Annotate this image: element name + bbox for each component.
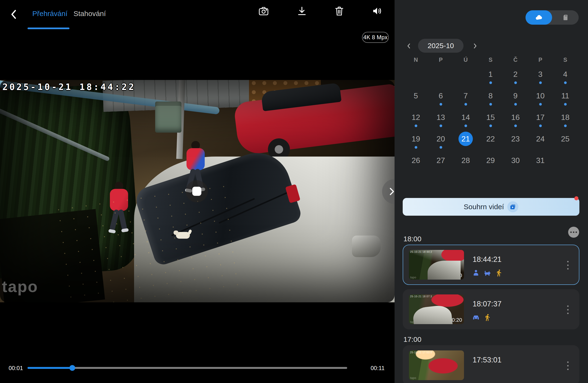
sd-card-option[interactable] [552,10,579,25]
calendar-day[interactable]: 11 [553,86,578,108]
sd-card-icon [562,14,569,21]
calendar-day-number: 19 [409,132,423,146]
clip-card[interactable]: 25-10-21 17:53:0 tapo 17:53:01 [403,345,579,383]
calendar-day[interactable]: 21 [453,129,478,151]
calendar-day-number: 18 [558,110,572,125]
calendar-day[interactable]: 16 [503,108,528,129]
seek-handle[interactable] [69,365,75,371]
delete-icon[interactable] [334,5,345,17]
summary-notification-dot [574,196,578,200]
calendar-day[interactable]: 9 [503,86,528,108]
calendar-day[interactable]: 28 [453,151,478,172]
calendar-day-number: 24 [533,132,547,146]
recordings-panel: 2025-10 NPÚSČPS 1 2 3 4 5 6 7 8 9 10 11 [395,0,588,383]
calendar-blank-cell [428,65,453,86]
month-selector[interactable]: 2025-10 [418,39,463,53]
calendar-day[interactable]: 27 [428,151,453,172]
calendar-day-number: 1 [483,67,498,81]
calendar-day[interactable]: 3 [528,65,553,86]
calendar-day-dot [464,103,467,106]
vehicle-detection-icon [472,314,480,321]
clip-menu-button[interactable] [563,359,573,373]
calendar-day[interactable]: 31 [528,151,553,172]
clip-card[interactable]: 25-10-21 18:07:3 tapo 00:20 18:07:37 [403,289,579,329]
calendar-day-dot [489,103,492,106]
calendar-day-number: 21 [459,132,473,146]
calendar-day[interactable]: 1 [478,65,503,86]
clip-card[interactable]: 25-10-21 18:44:2 tapo 00:10 18:44:21 [403,245,579,285]
calendar-day-number: 26 [409,153,423,168]
calendar-day-number: 17 [533,110,547,125]
calendar-blank-cell [453,65,478,86]
calendar-day-dot [564,103,567,106]
calendar-day[interactable]: 10 [528,86,553,108]
calendar-day-dot [514,146,517,149]
motion-detection-icon [495,269,503,277]
storage-source-toggle[interactable] [525,10,579,25]
calendar-day-dot [415,125,417,127]
calendar-header: 2025-10 [395,38,588,54]
calendar-day-dot [464,125,467,127]
calendar-day[interactable]: 2 [503,65,528,86]
calendar-day-dot [539,146,542,149]
weekday-label: S [478,57,503,63]
calendar-day[interactable]: 12 [403,108,428,129]
calendar-day-number: 11 [558,88,572,103]
calendar-day[interactable]: 6 [428,86,453,108]
video-summary-button[interactable]: Souhrn videí [403,198,579,216]
calendar-day[interactable]: 8 [478,86,503,108]
calendar-day[interactable]: 24 [528,129,553,151]
audio-icon[interactable] [371,5,383,17]
calendar-day-number: 3 [533,67,547,81]
tab-playback[interactable]: Přehrávání [32,10,67,18]
calendar-day[interactable]: 14 [453,108,478,129]
calendar-day[interactable]: 18 [553,108,578,129]
tab-downloads[interactable]: Stahování [74,10,106,18]
calendar-day-dot [440,146,442,149]
calendar-day[interactable]: 22 [478,129,503,151]
clip-menu-button[interactable] [563,258,573,272]
calendar-day[interactable]: 26 [403,151,428,172]
clip-menu-button[interactable] [563,302,573,317]
resolution-badge: 4K 8 Mpx [362,32,389,43]
calendar-day[interactable]: 17 [528,108,553,129]
seek-bar[interactable] [27,367,347,369]
calendar-day[interactable]: 4 [553,65,578,86]
thumbnail-timestamp: 25-10-21 17:53:0 [410,351,432,354]
previous-month-button[interactable] [403,40,415,52]
clip-duration: 00:20 [449,317,462,323]
motion-detection-icon [483,314,491,321]
video-summary-icon [507,201,518,212]
calendar-day[interactable]: 19 [403,129,428,151]
download-icon[interactable] [296,5,308,17]
snapshot-icon[interactable] [258,5,269,17]
calendar-day-number: 20 [434,132,448,146]
calendar-day-dot [440,103,442,106]
calendar-day[interactable]: 29 [478,151,503,172]
calendar-day[interactable]: 5 [403,86,428,108]
calendar-day[interactable]: 25 [553,129,578,151]
calendar-day[interactable]: 7 [453,86,478,108]
calendar-day[interactable]: 15 [478,108,503,129]
thumbnail-timestamp: 25-10-21 18:07:3 [410,295,432,298]
calendar-day[interactable]: 13 [428,108,453,129]
next-month-button[interactable] [469,40,481,52]
active-tab-underline [27,27,69,29]
calendar-day-number: 9 [508,88,523,103]
back-button[interactable] [7,8,21,21]
calendar-day-dot [539,125,542,127]
clip-thumbnail: 25-10-21 17:53:0 tapo [409,350,464,380]
calendar-day[interactable]: 20 [428,129,453,151]
stop-icon [192,187,201,196]
calendar-day[interactable]: 23 [503,129,528,151]
calendar-day[interactable]: 30 [503,151,528,172]
cloud-storage-option[interactable] [525,10,552,25]
calendar-day-number: 14 [459,110,473,125]
total-time: 00:11 [371,365,384,372]
calendar-day-dot [415,168,417,170]
player-topbar: Přehrávání Stahování [0,0,395,31]
calendar-day-number: 29 [483,153,498,168]
stop-button[interactable] [186,180,208,202]
calendar-day-dot [564,146,567,149]
calendar-day-number: 12 [409,110,423,125]
